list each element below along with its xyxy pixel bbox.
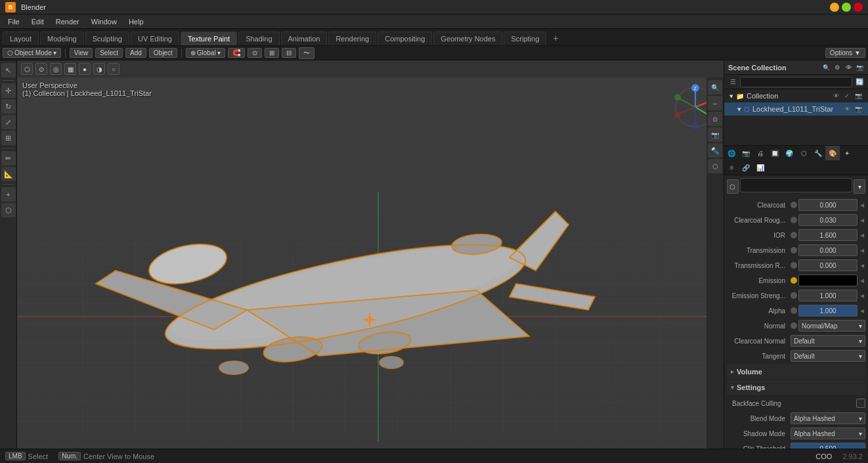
- tab-shading[interactable]: Shading: [238, 32, 279, 45]
- add-workspace-button[interactable]: +: [548, 31, 563, 45]
- object-render[interactable]: 📷: [854, 104, 863, 114]
- tab-sculpting[interactable]: Sculpting: [85, 32, 129, 45]
- tool-cursor[interactable]: ↖: [1, 63, 16, 77]
- header-icon-1[interactable]: ⊞: [265, 48, 279, 58]
- emission-value[interactable]: [798, 275, 857, 286]
- collection-render[interactable]: 📷: [854, 91, 863, 100]
- tab-animation[interactable]: Animation: [281, 32, 328, 45]
- object-menu[interactable]: Object: [149, 48, 177, 58]
- minimize-button[interactable]: [830, 3, 839, 12]
- clip-threshold-value[interactable]: 0.500: [791, 443, 865, 449]
- collection-exclude[interactable]: ✓: [842, 91, 852, 100]
- shading-lookdev[interactable]: ◑: [93, 63, 105, 75]
- tool-move[interactable]: ✛: [1, 83, 16, 98]
- viewport-overlay[interactable]: ⊙: [35, 63, 47, 75]
- viewport[interactable]: User Perspective (1) Collection | Lockhe…: [17, 60, 724, 449]
- menu-window[interactable]: Window: [86, 16, 122, 27]
- clearcoat-value[interactable]: 0.000: [798, 199, 857, 211]
- viewport-icon-4[interactable]: 📷: [708, 127, 722, 142]
- shading-solid[interactable]: ●: [79, 63, 91, 75]
- tool-misc[interactable]: ⬡: [1, 203, 16, 217]
- tool-scale[interactable]: ⤢: [1, 115, 16, 129]
- tool-annotate[interactable]: ✏: [1, 151, 16, 165]
- mode-selector[interactable]: ⬡ Object Mode ▾: [3, 48, 61, 58]
- collection-visibility[interactable]: 👁: [831, 91, 840, 100]
- viewport-xray[interactable]: ◎: [50, 63, 62, 75]
- tab-uv-editing[interactable]: UV Editing: [131, 32, 179, 45]
- alpha-value[interactable]: 1.000: [798, 305, 857, 317]
- prop-search-input[interactable]: [740, 178, 852, 192]
- ior-value[interactable]: 1.600: [798, 229, 857, 241]
- menu-file[interactable]: File: [3, 16, 25, 27]
- volume-section[interactable]: ▸ Volume: [727, 364, 865, 379]
- prop-tab-world[interactable]: 🌍: [782, 146, 796, 160]
- tool-transform[interactable]: ⊞: [1, 131, 16, 145]
- backface-culling-toggle[interactable]: [856, 399, 865, 408]
- normal-dropdown[interactable]: Normal/Map ▾: [798, 320, 865, 332]
- clearcoat-normal-dropdown[interactable]: Default ▾: [791, 335, 865, 347]
- menu-edit[interactable]: Edit: [26, 16, 49, 27]
- prop-tab-object[interactable]: ⬡: [796, 146, 811, 160]
- tab-layout[interactable]: Layout: [3, 32, 39, 45]
- viewport-icon-5[interactable]: 🔦: [708, 143, 722, 158]
- prop-tab-particles[interactable]: ✦: [840, 146, 854, 160]
- view-menu[interactable]: View: [70, 48, 93, 58]
- shadow-mode-dropdown[interactable]: Alpha Hashed ▾: [791, 428, 865, 439]
- viewport-icon-2[interactable]: ↔: [708, 96, 722, 110]
- shading-wire[interactable]: ▦: [64, 63, 76, 75]
- outliner-item-collection[interactable]: ▾ 📁 Collection 👁 ✓ 📷: [724, 89, 868, 102]
- transform-orientation[interactable]: ⊕ Global ▾: [186, 48, 225, 58]
- outliner-camera[interactable]: 📷: [855, 63, 864, 72]
- viewport-shading-solid[interactable]: ⬡: [21, 63, 33, 75]
- viewport-icon-6[interactable]: ⬡: [708, 159, 722, 173]
- add-menu[interactable]: Add: [125, 48, 146, 58]
- prop-tab-render[interactable]: 📷: [739, 146, 753, 160]
- tangent-dropdown[interactable]: Default ▾: [791, 350, 865, 362]
- clearcoat-roughness-value[interactable]: 0.030: [798, 214, 857, 226]
- outliner-filter-type[interactable]: ☰: [727, 76, 739, 88]
- prop-tab-constraints[interactable]: 🔗: [739, 160, 753, 175]
- settings-section[interactable]: ▾ Settings: [727, 380, 865, 395]
- header-icon-3[interactable]: 〜: [299, 47, 315, 59]
- tab-scripting[interactable]: Scripting: [504, 32, 546, 45]
- emission-strength-value[interactable]: 1.000: [798, 290, 857, 301]
- viewport-icon-1[interactable]: 🔍: [708, 80, 722, 95]
- prop-dropdown-btn[interactable]: ▾: [854, 179, 865, 194]
- options-button[interactable]: Options ▼: [825, 48, 865, 58]
- prop-tab-physics[interactable]: ⚛: [724, 160, 739, 175]
- prop-tab-material[interactable]: 🎨: [825, 146, 840, 160]
- menu-help[interactable]: Help: [123, 16, 149, 27]
- outliner-eye[interactable]: 👁: [844, 63, 853, 72]
- blend-mode-dropdown[interactable]: Alpha Hashed ▾: [791, 412, 865, 424]
- transmission-r-value[interactable]: 0.000: [798, 259, 857, 271]
- proportional-edit[interactable]: ⊙: [248, 48, 262, 58]
- shading-render[interactable]: ○: [108, 63, 119, 75]
- prop-tab-output[interactable]: 🖨: [753, 146, 768, 160]
- snap-button[interactable]: 🧲: [228, 48, 245, 58]
- tab-compositing[interactable]: Compositing: [378, 32, 432, 45]
- tool-rotate[interactable]: ↻: [1, 99, 16, 114]
- tab-rendering[interactable]: Rendering: [328, 32, 376, 45]
- outliner-sync[interactable]: 🔄: [854, 76, 865, 88]
- close-button[interactable]: [854, 3, 863, 12]
- tab-texture-paint[interactable]: Texture Paint: [181, 32, 237, 45]
- maximize-button[interactable]: [842, 3, 851, 12]
- prop-material-slot[interactable]: ⬡: [727, 179, 739, 194]
- tool-add[interactable]: +: [1, 187, 16, 202]
- viewport-icon-3[interactable]: ⊙: [708, 112, 722, 126]
- prop-tab-view-layer[interactable]: 🔲: [768, 146, 782, 160]
- prop-tab-scene[interactable]: 🌐: [724, 146, 739, 160]
- transmission-value[interactable]: 0.000: [798, 244, 857, 256]
- prop-tab-modifiers[interactable]: 🔧: [811, 146, 825, 160]
- header-icon-2[interactable]: ⊟: [282, 48, 296, 58]
- tab-geometry-nodes[interactable]: Geometry Nodes: [433, 32, 502, 45]
- select-menu[interactable]: Select: [95, 48, 123, 58]
- prop-tab-data[interactable]: 📊: [753, 160, 768, 175]
- outliner-item-lockheed[interactable]: ▾ ⬡ Lockheed_L1011_TriStar 👁 📷: [724, 102, 868, 116]
- object-visibility[interactable]: 👁: [842, 104, 852, 114]
- tab-modeling[interactable]: Modeling: [40, 32, 84, 45]
- outliner-search-input[interactable]: [740, 77, 852, 87]
- menu-render[interactable]: Render: [51, 16, 85, 27]
- outliner-options[interactable]: ⚙: [833, 63, 842, 72]
- tool-measure[interactable]: 📐: [1, 167, 16, 181]
